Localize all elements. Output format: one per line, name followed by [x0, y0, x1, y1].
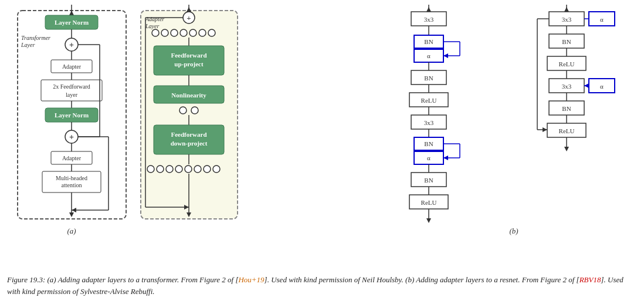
caption-a: (a) Adding adapter layers to a transform… — [47, 275, 238, 284]
svg-text:+: + — [187, 13, 191, 22]
svg-text:2x Feedforward: 2x Feedforward — [53, 83, 90, 90]
svg-text:attention: attention — [62, 182, 82, 188]
svg-text:Multi-headed: Multi-headed — [56, 175, 87, 181]
svg-text:Layer: Layer — [21, 42, 35, 48]
caption-a2: ]. Used with kind permission of Neil Hou… — [265, 275, 579, 284]
svg-point-51 — [189, 29, 196, 36]
svg-text:3x3: 3x3 — [561, 16, 571, 23]
svg-text:BN: BN — [424, 140, 433, 147]
svg-marker-140 — [584, 83, 589, 88]
svg-text:ReLU: ReLU — [558, 127, 574, 134]
svg-text:Adapter: Adapter — [62, 63, 82, 70]
svg-text:BN: BN — [424, 75, 433, 82]
svg-marker-83 — [426, 7, 431, 12]
svg-text:Adapter: Adapter — [62, 155, 82, 161]
svg-text:3x3: 3x3 — [423, 119, 433, 126]
svg-point-74 — [204, 165, 211, 173]
svg-text:Feedforward: Feedforward — [171, 52, 206, 59]
svg-point-62 — [191, 107, 198, 114]
svg-point-47 — [152, 29, 159, 36]
svg-point-48 — [161, 29, 168, 36]
svg-text:down-project: down-project — [171, 140, 208, 147]
svg-text:ReLU: ReLU — [421, 97, 436, 104]
svg-text:α: α — [600, 16, 604, 23]
svg-marker-148 — [564, 147, 569, 151]
svg-text:Layer Norm: Layer Norm — [55, 19, 89, 26]
svg-text:BN: BN — [562, 105, 571, 112]
svg-marker-122 — [564, 7, 569, 12]
svg-text:BN: BN — [424, 177, 433, 184]
main-container: Transformer Layer Layer Norm + Adapter 2… — [0, 0, 644, 304]
svg-marker-4 — [69, 11, 74, 15]
ref-b: RBV18 — [579, 275, 601, 284]
figure-caption: Figure 19.3: (a) Adding adapter layers t… — [6, 272, 638, 299]
svg-marker-112 — [443, 156, 448, 160]
svg-point-72 — [185, 165, 192, 173]
svg-text:+: + — [69, 133, 74, 141]
svg-point-52 — [199, 29, 206, 36]
svg-text:Transformer: Transformer — [21, 35, 50, 41]
svg-text:up-project: up-project — [174, 60, 204, 67]
svg-point-50 — [180, 29, 187, 36]
svg-point-71 — [175, 165, 182, 173]
svg-point-75 — [213, 165, 220, 173]
svg-text:Layer: Layer — [145, 23, 159, 29]
caption-prefix: Figure 19.3: — [7, 275, 45, 284]
svg-text:α: α — [600, 83, 604, 90]
svg-text:α: α — [427, 154, 431, 161]
svg-point-53 — [208, 29, 215, 36]
svg-text:Layer Norm: Layer Norm — [55, 112, 89, 119]
svg-marker-38 — [72, 208, 76, 212]
svg-text:(a): (a) — [67, 227, 76, 235]
svg-text:3x3: 3x3 — [423, 16, 433, 23]
svg-text:ReLU: ReLU — [421, 199, 436, 206]
svg-text:Feedforward: Feedforward — [171, 131, 206, 138]
svg-text:BN: BN — [424, 38, 433, 45]
svg-point-49 — [171, 29, 178, 36]
svg-text:Adapter: Adapter — [145, 16, 164, 22]
svg-text:3x3: 3x3 — [561, 83, 571, 90]
svg-text:α: α — [427, 52, 431, 59]
svg-text:+: + — [69, 40, 74, 49]
svg-point-73 — [194, 165, 201, 173]
svg-text:BN: BN — [562, 38, 571, 45]
resnet-svg: 3x3 BN α BN ReLU — [396, 5, 638, 239]
svg-point-69 — [157, 165, 164, 173]
ref-a: Hou+19 — [238, 275, 264, 284]
svg-point-61 — [179, 107, 187, 114]
svg-point-70 — [166, 165, 173, 173]
svg-text:layer: layer — [66, 92, 78, 98]
svg-marker-120 — [426, 218, 431, 223]
svg-text:Nonlinearity: Nonlinearity — [171, 92, 206, 99]
svg-text:(b): (b) — [509, 227, 518, 235]
diagrams-row: Transformer Layer Layer Norm + Adapter 2… — [6, 5, 638, 271]
svg-text:ReLU: ReLU — [558, 60, 574, 67]
svg-marker-153 — [543, 127, 547, 132]
diagram-svg: Transformer Layer Layer Norm + Adapter 2… — [6, 5, 392, 239]
svg-marker-44 — [187, 7, 191, 12]
svg-marker-31 — [69, 212, 74, 217]
svg-point-68 — [147, 165, 154, 173]
svg-marker-94 — [443, 53, 448, 58]
